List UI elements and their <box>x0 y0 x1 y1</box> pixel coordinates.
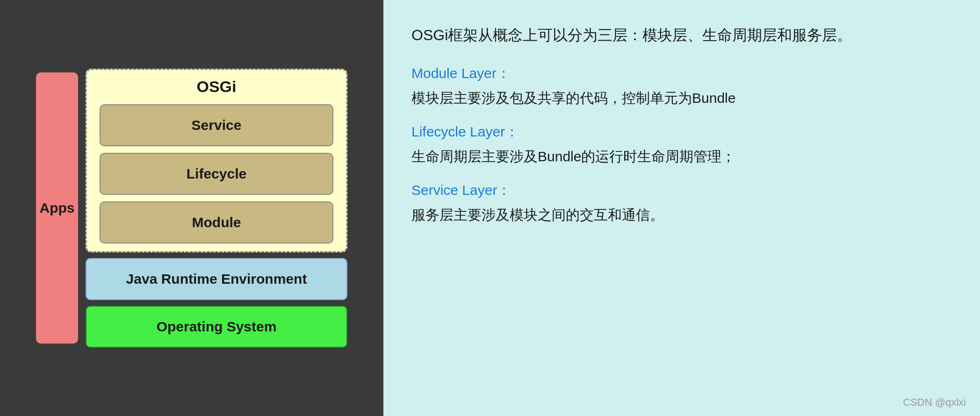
module-layer-box: Module <box>100 201 333 244</box>
lifecycle-layer-label: Lifecycle <box>187 166 246 182</box>
osgi-title: OSGi <box>196 78 236 96</box>
jre-layer-box: Java Runtime Environment <box>86 258 347 300</box>
osgi-stack: OSGi Service Lifecycle Module Java Runti… <box>86 69 347 348</box>
lifecycle-layer-box: Lifecycle <box>100 153 333 195</box>
os-layer-label: Operating System <box>157 319 277 335</box>
module-layer-title: Module Layer： <box>411 64 952 83</box>
os-layer-box: Operating System <box>86 306 347 348</box>
service-layer-title: Service Layer： <box>411 181 952 200</box>
module-layer-label: Module <box>192 215 241 230</box>
lifecycle-layer-title: Lifecycle Layer： <box>411 122 952 142</box>
intro-text: OSGi框架从概念上可以分为三层：模块层、生命周期层和服务层。 <box>411 23 952 47</box>
service-layer-section: Service Layer： 服务层主要涉及模块之间的交互和通信。 <box>411 181 952 226</box>
service-layer-label: Service <box>192 117 242 133</box>
service-layer-box: Service <box>100 104 333 146</box>
module-layer-section: Module Layer： 模块层主要涉及包及共享的代码，控制单元为Bundle <box>411 64 952 109</box>
lifecycle-layer-body: 生命周期层主要涉及Bundle的运行时生命周期管理； <box>411 145 952 168</box>
watermark: CSDN @qxlxi <box>903 396 966 409</box>
diagram-container: Apps OSGi Service Lifecycle Module Java … <box>36 69 347 348</box>
apps-label: Apps <box>40 200 75 216</box>
left-panel: Apps OSGi Service Lifecycle Module Java … <box>0 0 383 416</box>
apps-bar: Apps <box>36 72 78 344</box>
lifecycle-layer-section: Lifecycle Layer： 生命周期层主要涉及Bundle的运行时生命周期… <box>411 122 952 168</box>
osgi-outer-box: OSGi Service Lifecycle Module <box>86 69 347 252</box>
module-layer-body: 模块层主要涉及包及共享的代码，控制单元为Bundle <box>411 87 952 109</box>
service-layer-body: 服务层主要涉及模块之间的交互和通信。 <box>411 204 952 226</box>
jre-layer-label: Java Runtime Environment <box>126 271 307 287</box>
right-panel: OSGi框架从概念上可以分为三层：模块层、生命周期层和服务层。 Module L… <box>383 0 980 416</box>
